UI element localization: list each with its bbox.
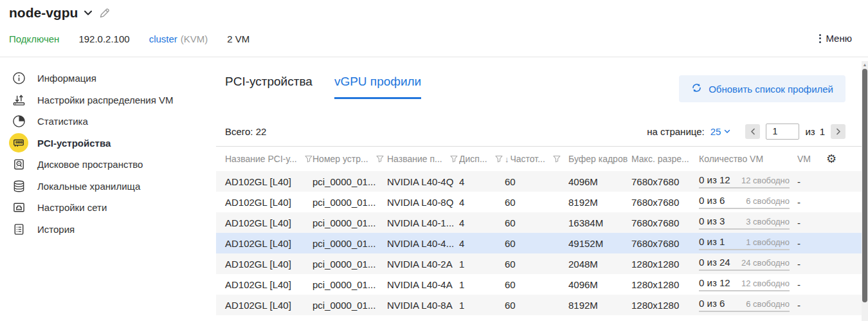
cell-vm: -	[797, 171, 826, 192]
tab-vgpu-profiles[interactable]: vGPU профили	[334, 75, 421, 99]
filter-icon[interactable]	[553, 155, 561, 163]
sidebar-item-statistics[interactable]: Статистика	[0, 111, 216, 133]
qty-free: 6 свободно	[746, 299, 790, 309]
table-row[interactable]: AD102GL [L40] pci_0000_01... NVIDIA L40-…	[216, 295, 862, 315]
sidebar-item-label: Локальные хранилища	[37, 181, 140, 192]
hard-disk-icon	[9, 155, 28, 174]
per-page-select[interactable]: 25	[710, 126, 731, 137]
sidebar-item-label: PCI-устройства	[37, 138, 111, 149]
cell-device-number: pci_0000_01...	[312, 274, 387, 295]
chevron-down-icon[interactable]	[84, 10, 93, 16]
sidebar-item-disk-space[interactable]: Дисковое пространство	[0, 154, 216, 176]
cell-displays: 1	[459, 253, 505, 274]
scrollbar-up-icon[interactable]: ▲	[862, 62, 867, 68]
sidebar-item-history[interactable]: История	[0, 219, 216, 241]
table-row[interactable]: AD102GL [L40] pci_0000_01... NVIDIA L40-…	[216, 171, 862, 192]
next-page-button[interactable]	[831, 124, 845, 139]
col-pci-name: Название PCI-у...	[225, 154, 297, 164]
sidebar: Информация Настройки распределения VM Ст…	[0, 57, 216, 321]
qty-free: 6 свободно	[746, 196, 790, 206]
cell-device-number: pci_0000_01...	[312, 233, 387, 253]
cell-pci-name: AD102GL [L40]	[216, 171, 312, 192]
tab-pci-devices[interactable]: PCI-устройства	[225, 75, 312, 99]
col-frequency: Частот...	[511, 154, 545, 164]
network-port-icon	[9, 198, 28, 217]
vertical-scrollbar[interactable]: ▲	[862, 61, 868, 321]
vm-quantity-bar: 0 из 1212 свободно	[699, 174, 790, 188]
cell-pci-name: AD102GL [L40]	[216, 212, 312, 233]
node-ip: 192.0.2.100	[78, 33, 129, 44]
filter-icon[interactable]	[495, 155, 503, 163]
table-row[interactable]: AD102GL [L40] pci_0000_01... NVIDIA L40-…	[216, 212, 862, 233]
table-controls: Всего: 22 на странице: 25 из 1	[225, 122, 845, 141]
gear-icon[interactable]: ⚙	[826, 152, 836, 165]
qty-used: 0 из 6	[699, 195, 725, 206]
filter-icon[interactable]	[305, 155, 312, 163]
cell-frequency: 60	[505, 171, 568, 192]
pci-card-icon	[9, 133, 28, 152]
cell-pci-name: AD102GL [L40]	[216, 253, 312, 274]
table-row-selected[interactable]: AD102GL [L40] pci_0000_01... NVIDIA L40-…	[216, 233, 862, 253]
table-row[interactable]: AD102GL [L40] pci_0000_01... NVIDIA L40-…	[216, 192, 862, 212]
vm-quantity-bar: 0 из 66 свободно	[699, 195, 790, 209]
col-vm: VM	[797, 154, 811, 164]
edit-icon[interactable]	[98, 7, 111, 19]
cell-device-number: pci_0000_01...	[312, 253, 387, 274]
scrollbar-thumb[interactable]	[862, 69, 867, 302]
pie-chart-icon	[9, 112, 28, 131]
cell-frequency: 60	[505, 295, 568, 315]
vgpu-profiles-table: Название PCI-у... Номер устр... Название…	[216, 147, 862, 315]
sidebar-item-vm-distribution[interactable]: Настройки распределения VM	[0, 89, 216, 111]
cell-profile-name: NVIDIA L40-8A	[387, 295, 459, 315]
sidebar-item-label: Статистика	[37, 116, 88, 127]
cell-vm: -	[797, 253, 826, 274]
sidebar-item-information[interactable]: Информация	[0, 68, 216, 89]
table-row[interactable]: AD102GL [L40] pci_0000_01... NVIDIA L40-…	[216, 274, 862, 295]
qty-used: 0 из 6	[699, 298, 725, 309]
menu-button[interactable]: Меню	[819, 33, 852, 44]
qty-free: 12 свободно	[741, 176, 790, 185]
filter-icon[interactable]	[376, 155, 384, 163]
cell-framebuffer: 4096M	[568, 171, 631, 192]
qty-free: 3 свободно	[746, 217, 790, 226]
qty-used: 0 из 1	[699, 236, 725, 247]
of-label: из	[805, 126, 815, 137]
qty-used: 0 из 12	[699, 174, 730, 185]
vm-distribution-icon	[9, 90, 28, 109]
col-max-res: Макс. разре...	[631, 154, 689, 164]
filter-icon[interactable]	[450, 155, 458, 163]
cell-framebuffer: 16384M	[568, 212, 631, 233]
sort-desc-icon[interactable]: ↓	[505, 154, 509, 164]
cluster-type: (KVM)	[181, 33, 208, 44]
cell-device-number: pci_0000_01...	[312, 212, 387, 233]
cell-max-res: 1280x1280	[631, 295, 699, 315]
cell-max-res: 1280x1280	[631, 274, 699, 295]
cluster-link[interactable]: cluster	[149, 33, 177, 44]
cell-vm: -	[797, 192, 826, 212]
vm-quantity-bar: 0 из 66 свободно	[699, 298, 790, 312]
col-vm-quantity: Количество VM	[699, 154, 763, 164]
qty-free: 1 свободно	[746, 237, 790, 247]
cell-displays: 4	[459, 212, 505, 233]
sidebar-item-label: Дисковое пространство	[37, 159, 143, 170]
cell-frequency: 60	[505, 233, 568, 253]
prev-page-button[interactable]	[745, 124, 760, 139]
sidebar-item-pci-devices[interactable]: PCI-устройства	[0, 133, 216, 154]
vm-quantity-bar: 0 из 2424 свободно	[699, 257, 790, 271]
info-icon	[9, 69, 28, 88]
cell-profile-name: NVIDIA L40-4Q	[387, 171, 459, 192]
refresh-profiles-button[interactable]: Обновить список профилей	[679, 75, 845, 102]
node-page: node-vgpu Подключен 192.0.2.100 cluster …	[0, 0, 868, 321]
page-input[interactable]	[766, 124, 799, 140]
vm-count: 2 VM	[227, 33, 249, 44]
cell-profile-name: NVIDIA L40-1...	[387, 212, 459, 233]
cell-profile-name: NVIDIA L40-4A	[387, 274, 459, 295]
cell-pci-name: AD102GL [L40]	[216, 192, 312, 212]
cell-max-res: 7680x7680	[631, 212, 699, 233]
sidebar-item-local-storage[interactable]: Локальные хранилища	[0, 176, 216, 197]
sidebar-item-network-settings[interactable]: Настройки сети	[0, 197, 216, 219]
refresh-icon	[691, 82, 702, 95]
total-count: Всего: 22	[225, 126, 266, 137]
table-row[interactable]: AD102GL [L40] pci_0000_01... NVIDIA L40-…	[216, 253, 862, 274]
cell-device-number: pci_0000_01...	[312, 192, 387, 212]
